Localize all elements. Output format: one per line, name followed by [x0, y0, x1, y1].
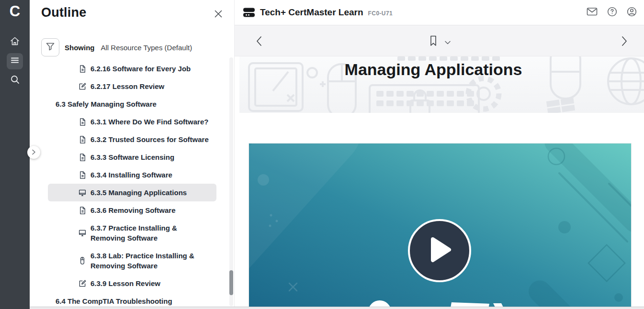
- monitor-icon: [78, 188, 87, 197]
- document-icon: [78, 153, 87, 162]
- outline-item[interactable]: 6.3.8 Lab: Practice Installing & Removin…: [48, 247, 216, 275]
- outline-item[interactable]: 6.3.6 Removing Software: [48, 201, 216, 219]
- outline-menu-button[interactable]: [7, 53, 23, 69]
- play-button[interactable]: [408, 219, 471, 282]
- bookmark-controls: [429, 35, 451, 49]
- mouse-icon: [78, 256, 87, 265]
- next-page-button[interactable]: [621, 36, 628, 48]
- document-icon: [78, 206, 87, 215]
- close-outline-button[interactable]: [214, 10, 223, 20]
- bookmark-button[interactable]: [429, 35, 438, 49]
- comptia-logo: C: [0, 3, 30, 20]
- filter-button[interactable]: [41, 38, 59, 56]
- play-icon: [427, 236, 452, 265]
- monitor-icon: [78, 229, 87, 237]
- header-actions: [587, 7, 637, 19]
- page-title: Managing Applications: [235, 60, 632, 79]
- edit-icon: [78, 82, 87, 91]
- document-icon: [78, 135, 87, 144]
- app-header: Tech+ CertMaster Learn FC0-U71: [235, 0, 644, 25]
- product-title: Tech+ CertMaster Learn: [260, 7, 363, 18]
- certmaster-stack-icon: [243, 7, 255, 18]
- outline-title: Outline: [41, 5, 86, 20]
- messages-button[interactable]: [587, 7, 598, 18]
- filter-value: All Resource Types (Default): [101, 44, 192, 52]
- outline-item[interactable]: 6.2.17 Lesson Review: [48, 77, 216, 95]
- document-icon: [78, 65, 87, 73]
- app-window: C Outline: [0, 0, 644, 309]
- bottom-scroll-strip: [30, 307, 644, 309]
- resource-filter: Showing All Resource Types (Default): [41, 38, 192, 56]
- outline-panel: Outline Showing All Resource Types (Defa…: [30, 0, 235, 309]
- outline-section[interactable]: 6.3 Safely Managing Software: [48, 95, 216, 113]
- chevron-right-icon: [32, 148, 36, 157]
- outline-item-selected[interactable]: 6.3.5 Managing Applications: [48, 184, 216, 201]
- account-icon: [627, 7, 637, 19]
- bookmark-menu-button[interactable]: [445, 38, 451, 46]
- filter-funnel-icon: [45, 42, 55, 53]
- outline-list: 6.2.16 Software for Every Job 6.2.17 Les…: [48, 60, 216, 309]
- account-button[interactable]: [627, 7, 637, 19]
- chevron-left-icon: [256, 40, 262, 48]
- outline-item[interactable]: 6.3.4 Installing Software: [48, 166, 216, 184]
- hamburger-icon: [10, 55, 20, 67]
- lesson-nav-bar: [235, 25, 644, 56]
- search-button[interactable]: [7, 72, 23, 88]
- outline-item[interactable]: 6.3.1 Where Do We Find Software?: [48, 113, 216, 131]
- video-player[interactable]: [249, 143, 631, 309]
- search-icon: [10, 75, 20, 87]
- chevron-down-icon: [445, 38, 451, 46]
- document-icon: [78, 118, 87, 126]
- bookmark-icon: [429, 35, 438, 49]
- close-icon: [214, 11, 223, 20]
- previous-page-button[interactable]: [256, 36, 262, 48]
- panel-expand-button[interactable]: [27, 146, 40, 159]
- home-icon: [10, 36, 20, 48]
- help-icon: [607, 7, 617, 19]
- outline-item[interactable]: 6.3.7 Practice Installing & Removing Sof…: [48, 219, 216, 247]
- outline-item[interactable]: 6.3.2 Trusted Sources for Software: [48, 131, 216, 148]
- chevron-right-icon: [621, 40, 628, 48]
- main-area: Tech+ CertMaster Learn FC0-U71: [235, 0, 644, 309]
- outline-item[interactable]: 6.2.16 Software for Every Job: [48, 60, 216, 77]
- home-button[interactable]: [7, 34, 23, 50]
- mail-icon: [587, 7, 598, 18]
- help-button[interactable]: [607, 7, 617, 19]
- edit-icon: [78, 279, 87, 288]
- outline-scrollbar-track[interactable]: [229, 57, 233, 306]
- outline-item[interactable]: 6.3.3 Software Licensing: [48, 148, 216, 166]
- document-icon: [78, 171, 87, 179]
- outline-item[interactable]: 6.3.9 Lesson Review: [48, 275, 216, 292]
- filter-label: Showing: [65, 44, 95, 52]
- course-code: FC0-U71: [368, 10, 393, 17]
- left-rail: C: [0, 0, 30, 309]
- outline-scrollbar-thumb[interactable]: [229, 270, 233, 295]
